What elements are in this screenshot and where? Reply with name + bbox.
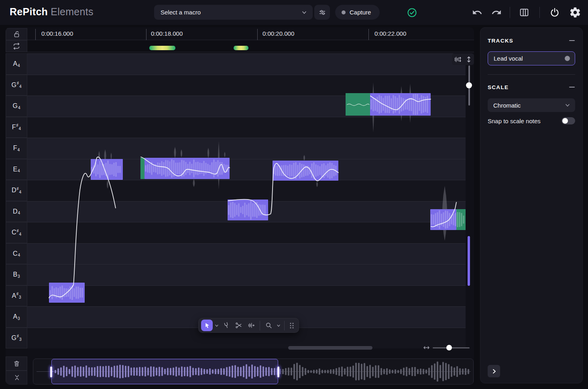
tool-divider [284, 321, 285, 330]
tracks-collapse-icon[interactable] [569, 37, 575, 44]
grid-row-As3 [27, 285, 466, 307]
overview-waveform-bar [347, 367, 348, 377]
palette-drag-handle[interactable] [287, 320, 296, 331]
grid-row-A4 [27, 53, 466, 75]
overview-waveform-bar [313, 370, 315, 373]
settings-gear-button[interactable] [569, 6, 581, 18]
horizontal-zoom-icon [423, 344, 430, 351]
timeline-ruler[interactable]: 0:00:16.0000:00:18.0000:00:20.0000:00:22… [27, 27, 474, 40]
overview-waveform-bar [330, 369, 332, 374]
selection-right-handle[interactable] [277, 367, 279, 377]
overview-waveform-bar [451, 366, 452, 377]
timeline-tick [146, 29, 146, 40]
note-label-B3: B3 [6, 264, 27, 285]
scale-dropdown[interactable]: Chromatic [488, 98, 575, 112]
overview-waveform-bar [395, 369, 396, 374]
snap-toggle[interactable] [562, 117, 575, 124]
loop-region-segment[interactable] [149, 46, 175, 50]
track-item-lead-vocal[interactable]: Lead vocal [488, 51, 575, 65]
zoom-tool-chevron-icon[interactable] [275, 320, 281, 331]
overview-waveform-bar [375, 365, 376, 378]
grid-row-G4 [27, 96, 466, 117]
note-label-Cs4: C♯4 [6, 222, 27, 243]
tool-palette [198, 318, 299, 333]
macro-select-dropdown[interactable]: Select a macro [154, 5, 313, 20]
overview-waveform-bar [291, 368, 292, 376]
overview-waveform-bar [285, 368, 287, 375]
loop-marker-bar[interactable] [27, 40, 474, 52]
overview-selection-region[interactable] [51, 359, 278, 384]
note-label-E4: E4 [6, 159, 27, 180]
redo-button[interactable] [491, 7, 502, 18]
vertical-zoom-icon[interactable] [466, 56, 472, 63]
horizontal-zoom-thumb[interactable] [446, 345, 452, 350]
macro-options-button[interactable] [314, 5, 330, 20]
overview-waveform-bar [406, 367, 407, 377]
overview-waveform-bar [338, 367, 340, 376]
tracks-title: TRACKS [488, 38, 513, 44]
timeline-tick [257, 29, 258, 40]
track-status-dot [565, 56, 570, 61]
audio-overview-strip[interactable] [33, 358, 474, 385]
loop-region-segment[interactable] [234, 46, 248, 50]
overview-waveform-bar [344, 369, 346, 375]
overview-waveform-bar [462, 369, 464, 374]
overview-waveform-bar [369, 365, 371, 379]
note-label-C4: C4 [6, 243, 27, 265]
pitch-tool-button[interactable] [220, 320, 232, 331]
overview-waveform-bar [341, 367, 343, 377]
select-tool-button[interactable] [201, 320, 213, 331]
horizontal-scrollbar[interactable] [288, 346, 372, 350]
scale-section-header: SCALE [488, 84, 575, 90]
delete-button[interactable] [6, 356, 27, 371]
overview-waveform-bar [414, 367, 416, 376]
timeline-tick [35, 29, 36, 40]
display-options-box [452, 53, 474, 65]
note-label-Gs4: G♯4 [6, 75, 27, 96]
tool-divider [260, 321, 260, 330]
power-button[interactable] [549, 7, 560, 18]
overview-waveform-bar [321, 370, 323, 373]
status-check-icon [407, 8, 417, 18]
note-label-Gs3: G♯3 [6, 328, 27, 349]
overview-waveform-bar [434, 363, 435, 380]
trim-button[interactable] [6, 371, 27, 385]
overview-waveform-bar [389, 369, 391, 374]
note-label-A4: A4 [6, 53, 27, 75]
waveform-tool-button[interactable] [245, 320, 257, 331]
loop-button[interactable] [6, 40, 27, 52]
capture-button[interactable]: Capture [335, 5, 380, 20]
app-logo: RePitchElements [10, 6, 94, 18]
note-label-Fs4: F♯4 [6, 117, 27, 138]
product-name: Elements [51, 6, 94, 17]
overview-waveform-bar [316, 369, 317, 373]
undo-button[interactable] [472, 7, 482, 18]
cut-tool-button[interactable] [233, 320, 244, 331]
overview-waveform-bar [420, 369, 421, 375]
vertical-scrollbar[interactable] [468, 236, 470, 286]
overview-waveform-bar [327, 370, 329, 373]
selection-left-handle[interactable] [50, 367, 52, 377]
overview-waveform-bar [372, 367, 374, 376]
note-label-G4: G4 [6, 96, 27, 117]
overview-waveform-bar [288, 368, 289, 376]
zoom-tool-button[interactable] [263, 320, 275, 331]
panels-layout-button[interactable] [519, 7, 530, 18]
overview-waveform-bar [442, 362, 444, 381]
select-tool-chevron-icon[interactable] [214, 320, 220, 331]
chevron-down-icon [301, 9, 308, 16]
overview-waveform-bar [425, 369, 427, 373]
waveform-scale-icon[interactable] [454, 56, 462, 63]
grid-row-Cs4 [27, 222, 466, 243]
sliders-icon [318, 8, 327, 17]
grid-row-B3 [27, 264, 466, 285]
pitch-editor: 0:00:16.0000:00:18.0000:00:20.0000:00:22… [6, 27, 474, 385]
expand-panel-button[interactable] [488, 365, 500, 377]
lock-button[interactable] [6, 28, 27, 40]
scale-collapse-icon[interactable] [569, 84, 575, 90]
grid-row-Ds4 [27, 180, 466, 201]
tracks-section-header: TRACKS [488, 37, 575, 44]
vertical-zoom-thumb[interactable] [466, 82, 472, 88]
grid-row-Fs4 [27, 117, 466, 138]
overview-waveform-bar [465, 368, 466, 375]
